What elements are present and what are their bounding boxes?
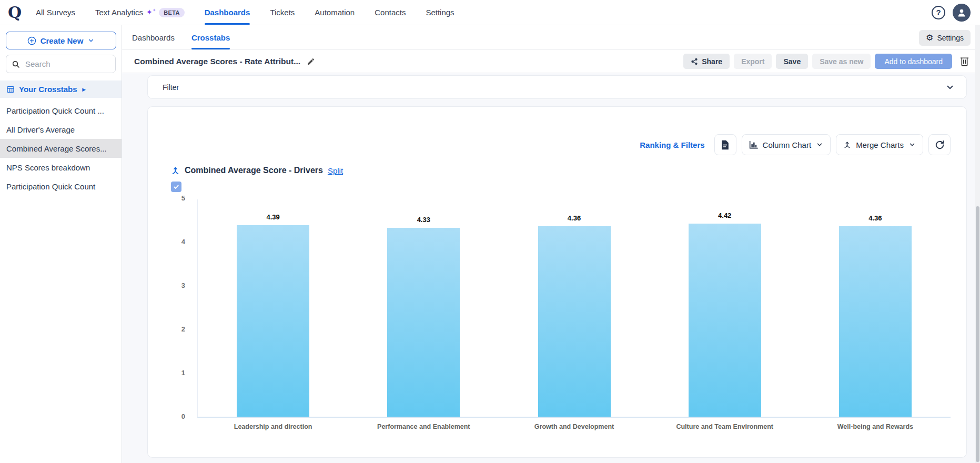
app-logo[interactable]: Q <box>4 2 25 23</box>
gear-icon: ⚙ <box>926 34 933 42</box>
nav-item-tickets[interactable]: Tickets <box>270 0 295 25</box>
create-new-label: Create New <box>41 36 84 45</box>
series-checkbox-checked[interactable] <box>171 182 181 192</box>
merge-icon <box>843 141 851 149</box>
tab-dashboards[interactable]: Dashboards <box>132 25 175 49</box>
y-axis-tick-label: 4 <box>181 237 185 247</box>
help-icon[interactable]: ? <box>932 6 945 19</box>
split-link[interactable]: Split <box>328 166 343 175</box>
share-button[interactable]: Share <box>683 54 730 69</box>
sparkle-icon: ✦✦ <box>146 8 156 16</box>
export-button[interactable]: Export <box>734 54 772 69</box>
chart-plot: 012345 4.39Leadership and direction4.33P… <box>197 199 951 418</box>
chart-title: Combined Average Score - Drivers <box>185 166 323 175</box>
y-axis: 012345 <box>174 199 191 417</box>
crosstab-list: Participation Quick Count ... All Driver… <box>0 98 122 196</box>
crosstab-list-item[interactable]: Participation Quick Count ... <box>0 101 122 120</box>
chevron-down-icon <box>87 37 95 44</box>
chevron-down-icon[interactable] <box>945 83 955 92</box>
x-axis-category-label: Well-being and Rewards <box>837 423 913 430</box>
bar-group: 4.36Growth and Development <box>499 199 649 417</box>
nav-label: Tickets <box>270 8 295 17</box>
bar-value-label: 4.36 <box>568 214 581 222</box>
nav-item-contacts[interactable]: Contacts <box>375 0 406 25</box>
sidebar: Create New Your Crosstabs ▸ Participatio… <box>0 25 122 463</box>
sidebar-section-your-crosstabs[interactable]: Your Crosstabs ▸ <box>0 80 122 98</box>
crosstab-list-item[interactable]: All Driver's Average <box>0 120 122 139</box>
bar-group: 4.36Well-being and Rewards <box>800 199 951 417</box>
nav-label: Text Analytics <box>95 8 143 17</box>
report-document-button[interactable] <box>714 134 736 155</box>
bar[interactable] <box>538 226 611 417</box>
chart-title-row: Combined Average Score - Drivers Split <box>171 166 951 175</box>
chart-type-dropdown[interactable]: Column Chart <box>742 134 831 155</box>
nav-item-dashboards[interactable]: Dashboards <box>205 0 250 25</box>
add-to-dashboard-button[interactable]: Add to dashboard <box>875 54 952 69</box>
scrollbar-thumb[interactable] <box>976 206 979 462</box>
y-axis-tick-label: 2 <box>181 325 185 334</box>
bar-group: 4.33Performance and Enablement <box>348 199 499 417</box>
x-axis-category-label: Leadership and direction <box>234 423 312 430</box>
content-area: Filter Ranking & Filters <box>122 73 980 463</box>
bar-value-label: 4.42 <box>718 212 731 219</box>
save-button[interactable]: Save <box>776 54 808 69</box>
top-nav: Q All Surveys Text Analytics ✦✦ BETA Das… <box>0 0 980 25</box>
delete-button[interactable] <box>958 55 971 68</box>
bar[interactable] <box>237 225 309 417</box>
nav-label: Contacts <box>375 8 406 17</box>
document-icon <box>721 140 730 150</box>
nav-item-settings[interactable]: Settings <box>426 0 454 25</box>
y-axis-tick-label: 1 <box>181 368 185 378</box>
checkmark-icon <box>173 184 179 190</box>
x-axis-category-label: Culture and Team Environment <box>676 423 773 430</box>
bar-group: 4.39Leadership and direction <box>198 199 348 417</box>
merge-charts-dropdown[interactable]: Merge Charts <box>836 134 923 155</box>
main-area: Dashboards Crosstabs ⚙ Settings Combined… <box>122 25 980 463</box>
crosstab-list-item-selected[interactable]: Combined Average Scores... <box>0 139 122 158</box>
chevron-right-icon: ▸ <box>83 86 86 93</box>
merged-chart-icon <box>171 166 180 175</box>
tab-crosstabs[interactable]: Crosstabs <box>191 25 230 49</box>
refresh-button[interactable] <box>928 134 951 155</box>
chart-type-value: Column Chart <box>763 140 812 149</box>
bar-group: 4.42Culture and Team Environment <box>650 199 800 417</box>
nav-label: Automation <box>315 8 355 17</box>
title-actions: Share Export Save Save as new Add to das… <box>683 54 971 69</box>
crosstab-list-item[interactable]: Participation Quick Count <box>0 177 122 196</box>
y-axis-tick-label: 0 <box>181 412 185 421</box>
save-as-new-button[interactable]: Save as new <box>812 54 871 69</box>
avatar[interactable] <box>953 4 971 22</box>
nav-item-all-surveys[interactable]: All Surveys <box>36 0 75 25</box>
nav-item-automation[interactable]: Automation <box>315 0 355 25</box>
trash-icon <box>959 56 969 67</box>
bar-value-label: 4.33 <box>417 216 430 224</box>
bar[interactable] <box>387 228 460 417</box>
filter-panel-label: Filter <box>163 83 179 92</box>
title-row: Combined Average Scores - Rate Attribut.… <box>122 50 980 73</box>
tab-row: Dashboards Crosstabs ⚙ Settings <box>122 25 980 50</box>
bar[interactable] <box>839 226 912 417</box>
share-label: Share <box>702 57 722 66</box>
filter-panel[interactable]: Filter <box>147 75 967 99</box>
top-nav-items: All Surveys Text Analytics ✦✦ BETA Dashb… <box>36 0 454 25</box>
search-input[interactable] <box>24 59 110 69</box>
merge-charts-value: Merge Charts <box>856 140 904 149</box>
y-axis-tick-label: 5 <box>181 194 185 203</box>
crosstab-list-item[interactable]: NPS Scores breakdown <box>0 158 122 177</box>
settings-button-label: Settings <box>937 34 964 42</box>
share-icon <box>691 58 698 65</box>
nav-item-text-analytics[interactable]: Text Analytics ✦✦ BETA <box>95 0 185 25</box>
y-axis-tick-label: 3 <box>181 281 185 290</box>
person-icon <box>956 7 967 18</box>
search-icon <box>12 60 20 68</box>
x-axis-category-label: Growth and Development <box>534 423 614 430</box>
chart-card: Ranking & Filters <box>147 106 967 458</box>
bar[interactable] <box>689 224 761 417</box>
search-box <box>6 55 116 73</box>
edit-title-icon[interactable] <box>307 57 315 66</box>
bar-value-label: 4.39 <box>266 213 279 221</box>
ranking-filters-link[interactable]: Ranking & Filters <box>640 140 704 149</box>
settings-button[interactable]: ⚙ Settings <box>919 30 971 46</box>
bars: 4.39Leadership and direction4.33Performa… <box>198 199 951 417</box>
create-new-button[interactable]: Create New <box>6 32 116 49</box>
